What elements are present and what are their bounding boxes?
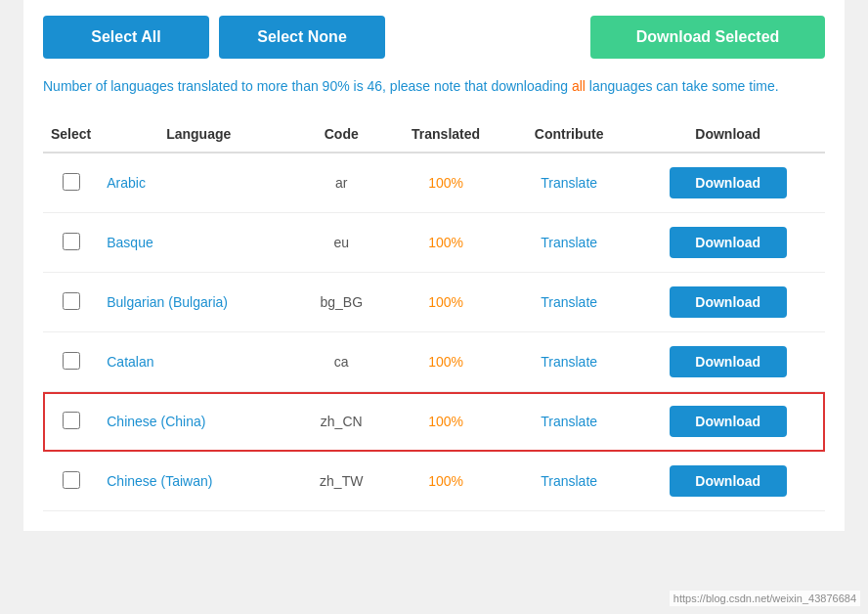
col-language: Language [99,116,298,153]
download-cell: Download [630,153,825,213]
download-button[interactable]: Download [670,465,787,497]
language-name: Chinese (China) [99,392,298,452]
translate-link[interactable]: Translate [541,414,597,429]
language-code: eu [298,213,384,273]
col-code: Code [298,116,384,153]
table-row: Bulgarian (Bulgaria)bg_BG100%TranslateDo… [43,273,825,332]
checkbox-cell [43,153,99,213]
row-checkbox[interactable] [63,292,80,310]
col-select: Select [43,116,99,153]
translate-link[interactable]: Translate [541,473,597,489]
table-row: Basqueeu100%TranslateDownload [43,213,825,273]
col-contribute: Contribute [507,116,631,153]
table-body: Arabicar100%TranslateDownloadBasqueeu100… [43,153,825,511]
contribute-cell: Translate [507,392,631,452]
table-header-row: Select Language Code Translated Contribu… [43,116,825,153]
translate-link[interactable]: Translate [541,354,597,370]
translated-percent: 100% [384,213,507,273]
language-name: Basque [99,213,298,273]
language-code: zh_TW [298,452,384,511]
download-cell: Download [630,273,825,332]
language-name: Catalan [99,332,298,392]
toolbar: Select All Select None Download Selected [43,16,825,59]
translated-percent: 100% [384,153,507,213]
table-row: Arabicar100%TranslateDownload [43,153,825,213]
info-text-part2: languages can take some time. [586,78,779,94]
translate-link[interactable]: Translate [541,175,597,191]
translate-link[interactable]: Translate [541,294,597,310]
info-text: Number of languages translated to more t… [43,76,825,97]
contribute-cell: Translate [507,213,631,273]
languages-table: Select Language Code Translated Contribu… [43,116,825,511]
download-button[interactable]: Download [670,346,787,377]
language-name: Arabic [99,153,298,213]
translated-percent: 100% [384,332,507,392]
download-cell: Download [630,213,825,273]
row-checkbox[interactable] [63,233,80,250]
select-all-button[interactable]: Select All [43,16,209,59]
translate-link[interactable]: Translate [541,235,597,250]
table-row: Catalanca100%TranslateDownload [43,332,825,392]
language-code: ar [298,153,384,213]
table-row: Chinese (Taiwan)zh_TW100%TranslateDownlo… [43,452,825,511]
contribute-cell: Translate [507,153,631,213]
row-checkbox[interactable] [63,471,80,489]
watermark: https://blog.csdn.net/weixin_43876684 [670,591,860,606]
checkbox-cell [43,392,99,452]
language-code: ca [298,332,384,392]
contribute-cell: Translate [507,452,631,511]
download-cell: Download [630,392,825,452]
download-button[interactable]: Download [670,227,787,258]
download-button[interactable]: Download [670,167,787,198]
download-selected-button[interactable]: Download Selected [590,16,825,59]
language-code: bg_BG [298,273,384,332]
language-name: Bulgarian (Bulgaria) [99,273,298,332]
download-button[interactable]: Download [670,286,787,318]
row-checkbox[interactable] [63,352,80,370]
col-translated: Translated [384,116,507,153]
download-button[interactable]: Download [670,406,787,437]
main-container: Select All Select None Download Selected… [23,0,845,531]
info-text-part1: Number of languages translated to more t… [43,78,572,94]
checkbox-cell [43,273,99,332]
translated-percent: 100% [384,273,507,332]
select-none-button[interactable]: Select None [219,16,385,59]
table-row: Chinese (China)zh_CN100%TranslateDownloa… [43,392,825,452]
checkbox-cell [43,332,99,392]
contribute-cell: Translate [507,332,631,392]
contribute-cell: Translate [507,273,631,332]
col-download: Download [630,116,825,153]
info-highlight: all [572,78,586,94]
translated-percent: 100% [384,452,507,511]
download-cell: Download [630,452,825,511]
row-checkbox[interactable] [63,412,80,429]
row-checkbox[interactable] [63,173,80,191]
checkbox-cell [43,213,99,273]
translated-percent: 100% [384,392,507,452]
language-code: zh_CN [298,392,384,452]
language-name: Chinese (Taiwan) [99,452,298,511]
download-cell: Download [630,332,825,392]
checkbox-cell [43,452,99,511]
